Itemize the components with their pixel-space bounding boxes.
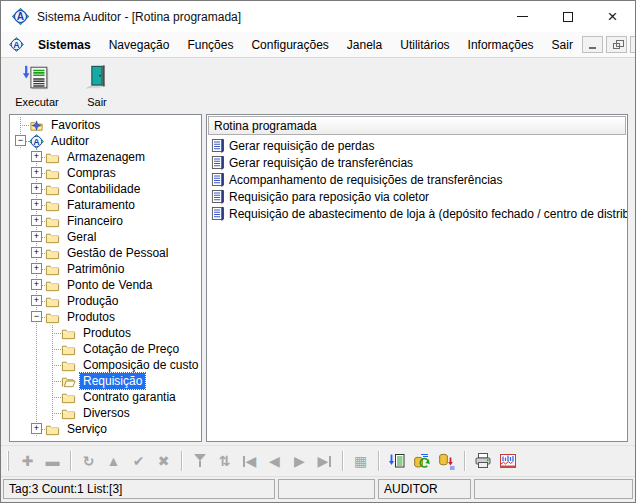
menu-item-utilitarios[interactable]: Utilitários	[391, 35, 458, 55]
tree-indent	[13, 229, 29, 245]
cancel-icon: ✖	[151, 449, 176, 473]
status-records: Tag:3 Count:1 List:[3]	[3, 479, 275, 499]
plus-expand-icon[interactable]: +	[31, 167, 42, 178]
menu-app-icon: A	[9, 37, 24, 52]
tree-indent	[29, 405, 45, 421]
tree-label: Faturamento	[64, 197, 138, 213]
report-chart-icon[interactable]	[495, 449, 520, 473]
menu-item-funcoes[interactable]: Funções	[178, 35, 242, 55]
list-column-header[interactable]: Rotina programada	[208, 116, 626, 135]
executar-button[interactable]: Executar	[7, 61, 67, 110]
plus-expand-icon[interactable]: +	[31, 215, 42, 226]
routine-doc-icon	[211, 155, 224, 170]
tree-label: Gestão de Pessoal	[64, 245, 171, 261]
exit-door-icon	[82, 63, 112, 95]
tree-indent	[13, 197, 29, 213]
close-button[interactable]: ×	[590, 1, 635, 32]
list-item-label: Acompanhamento de requisições de transfe…	[229, 173, 503, 187]
list-item-label: Gerar requisição de transferências	[229, 156, 413, 170]
tree-label: Composição de custo	[80, 357, 201, 373]
run-routine-icon[interactable]	[384, 449, 409, 473]
mdi-close-button[interactable]: ×	[630, 36, 636, 53]
tree-item-favoritos[interactable]: Favoritos	[13, 117, 201, 133]
menu-item-configuracoes[interactable]: Configurações	[242, 35, 337, 55]
maximize-button[interactable]	[545, 1, 590, 32]
tree-label: Contabilidade	[64, 181, 143, 197]
tree-item-diversos[interactable]: Diversos	[13, 405, 201, 421]
plus-expand-icon[interactable]: +	[31, 199, 42, 210]
sort-icon: ⇅	[212, 449, 237, 473]
list-item[interactable]: Acompanhamento de requisições de transfe…	[208, 171, 626, 188]
plus-expand-icon[interactable]: +	[31, 295, 42, 306]
tree-label: Geral	[64, 229, 99, 245]
tree-item-producao[interactable]: +Produção	[13, 293, 201, 309]
add-record-icon: ✚	[15, 449, 40, 473]
tree-item-geral[interactable]: +Geral	[13, 229, 201, 245]
tree-item-armazenagem[interactable]: +Armazenagem	[13, 149, 201, 165]
plus-expand-icon[interactable]: +	[31, 279, 42, 290]
tree-indent	[13, 341, 29, 357]
tree-item-servico[interactable]: +Serviço	[13, 421, 201, 437]
list-item[interactable]: Gerar requisição de perdas	[208, 137, 626, 154]
menu-item-informacoes[interactable]: Informações	[459, 35, 543, 55]
minimize-button[interactable]	[500, 1, 545, 32]
tree-connector: −	[29, 309, 45, 325]
plus-expand-icon[interactable]: +	[31, 231, 42, 242]
minus-expand-icon[interactable]: −	[15, 135, 26, 146]
tree-item-requisicao[interactable]: Requisição	[13, 373, 201, 389]
tree-connector: +	[29, 277, 45, 293]
print-icon[interactable]	[470, 449, 495, 473]
db-export-icon[interactable]	[434, 449, 459, 473]
menu-bar: A SistemasNavegaçãoFunçõesConfiguraçõesJ…	[1, 32, 635, 58]
tree-item-faturamento[interactable]: +Faturamento	[13, 197, 201, 213]
mdi-minimize-button[interactable]	[582, 36, 603, 53]
folder-icon	[61, 406, 77, 421]
tree-item-compras[interactable]: +Compras	[13, 165, 201, 181]
tree-item-composicao-de-custo[interactable]: Composição de custo	[13, 357, 201, 373]
tree-indent	[13, 373, 29, 389]
tree-connector: +	[29, 197, 45, 213]
minus-expand-icon[interactable]: −	[31, 311, 42, 322]
client-area: Favoritos−AAuditor+Armazenagem+Compras+C…	[1, 112, 635, 445]
mdi-restore-button[interactable]	[606, 36, 627, 53]
toolbar-separator	[70, 451, 71, 471]
tree-item-financeiro[interactable]: +Financeiro	[13, 213, 201, 229]
tree-item-auditor[interactable]: −AAuditor	[13, 133, 201, 149]
list-item[interactable]: Requisição de abastecimento de loja à (d…	[208, 205, 626, 222]
tree-item-contrato-garantia[interactable]: Contrato garantia	[13, 389, 201, 405]
list-item[interactable]: Requisição para reposição via coletor	[208, 188, 626, 205]
sair-button[interactable]: Sair	[67, 61, 127, 110]
tree-connector	[13, 117, 29, 133]
tree-label: Patrimônio	[64, 261, 127, 277]
tree-item-contabilidade[interactable]: +Contabilidade	[13, 181, 201, 197]
tree-label: Armazenagem	[64, 149, 148, 165]
tree-item-produtos[interactable]: Produtos	[13, 325, 201, 341]
tree-label: Produtos	[64, 309, 118, 325]
tree-item-produtos[interactable]: −Produtos	[13, 309, 201, 325]
tree-item-ponto-de-venda[interactable]: +Ponto de Venda	[13, 277, 201, 293]
tree-label: Auditor	[48, 133, 92, 149]
tree-item-cotacao-de-preco[interactable]: Cotação de Preço	[13, 341, 201, 357]
menu-item-sistemas[interactable]: Sistemas	[29, 35, 100, 55]
list-item[interactable]: Gerar requisição de transferências	[208, 154, 626, 171]
plus-expand-icon[interactable]: +	[31, 263, 42, 274]
db-refresh-icon[interactable]	[409, 449, 434, 473]
plus-expand-icon[interactable]: +	[31, 247, 42, 258]
tree-connector	[45, 389, 61, 405]
toolbar-separator	[181, 451, 182, 471]
favorites-icon	[29, 118, 45, 133]
tree-label: Financeiro	[64, 213, 126, 229]
mdi-minimize-icon	[589, 47, 596, 49]
menu-item-janela[interactable]: Janela	[338, 35, 391, 55]
tree-indent	[13, 293, 29, 309]
tree-item-gestao-de-pessoal[interactable]: +Gestão de Pessoal	[13, 245, 201, 261]
plus-expand-icon[interactable]: +	[31, 423, 42, 434]
menu-item-sair[interactable]: Sair	[543, 35, 582, 55]
folder-icon	[45, 262, 61, 277]
window-title: Sistema Auditor - [Rotina programada]	[37, 10, 241, 24]
plus-expand-icon[interactable]: +	[31, 151, 42, 162]
navigator-toolbar: ✚▬↻▲✔✖⇅◀◀▶▶▦	[1, 445, 635, 476]
plus-expand-icon[interactable]: +	[31, 183, 42, 194]
tree-item-patrimonio[interactable]: +Patrimônio	[13, 261, 201, 277]
menu-item-navegacao[interactable]: Navegação	[100, 35, 179, 55]
